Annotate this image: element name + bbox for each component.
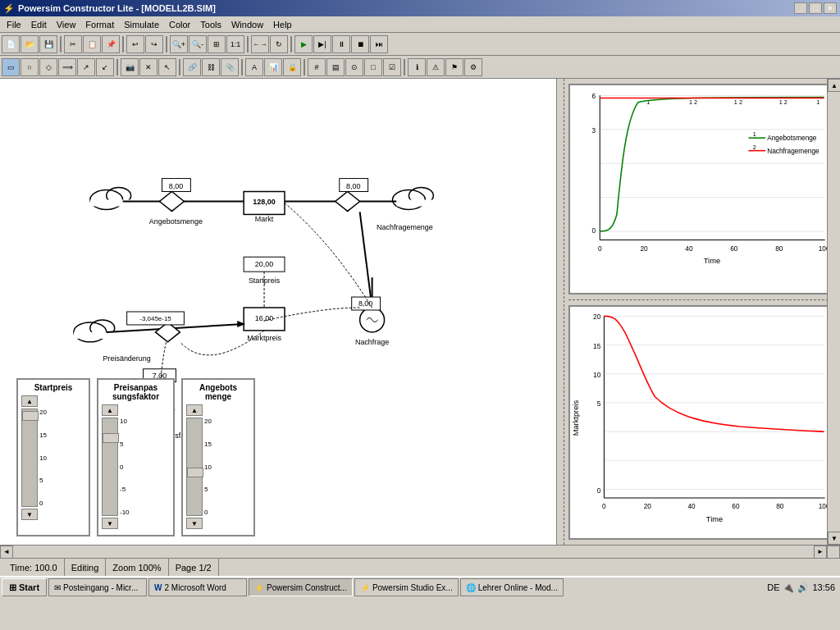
angebotsmenge-thumb[interactable] (187, 468, 203, 477)
tb-new[interactable]: 📄 (2, 35, 20, 53)
powersim-icon: ⚡ (254, 583, 264, 592)
tb-undo[interactable]: ↩ (126, 35, 144, 53)
tb-zoom-fit[interactable]: ⊞ (208, 35, 226, 53)
scroll-down-btn[interactable]: ▼ (828, 532, 840, 545)
tb-info[interactable]: ℹ (408, 58, 426, 76)
title-text: Powersim Constructor Lite - [MODELL2B.SI… (18, 3, 216, 13)
svg-text:1 2: 1 2 (689, 98, 697, 106)
title-bar-left: ⚡ Powersim Constructor Lite - [MODELL2B.… (3, 3, 216, 14)
menu-help[interactable]: Help (268, 18, 297, 31)
tb-diamond[interactable]: ◇ (39, 58, 57, 76)
tb-cut[interactable]: ✂ (64, 35, 82, 53)
startpreis-up-btn[interactable]: ▲ (21, 395, 38, 407)
tb-zoom-100[interactable]: 1:1 (226, 35, 244, 53)
menu-format[interactable]: Format (80, 18, 119, 31)
tb-gauge[interactable]: ⊙ (345, 58, 363, 76)
tb-delete[interactable]: ✕ (139, 58, 158, 76)
tb-flag[interactable]: ⚑ (445, 58, 463, 76)
tb-check[interactable]: ☑ (383, 58, 401, 76)
preisanpassung-down-btn[interactable]: ▼ (102, 518, 118, 529)
sep8 (241, 59, 243, 75)
tb-link3[interactable]: 📎 (221, 58, 239, 76)
menu-file[interactable]: File (2, 18, 26, 31)
svg-text:20: 20 (640, 245, 648, 253)
preisanpassung-thumb[interactable] (103, 433, 119, 443)
menu-tools[interactable]: Tools (195, 18, 226, 31)
angebotsmenge-up-btn[interactable]: ▲ (186, 404, 203, 416)
close-btn[interactable]: × (824, 2, 837, 14)
title-bar-buttons[interactable]: _ □ × (794, 2, 837, 14)
taskbar-powersim-studio[interactable]: ⚡ Powersim Studio Ex... (354, 578, 459, 596)
menu-edit[interactable]: Edit (26, 18, 52, 31)
tb-link2[interactable]: ⛓ (202, 58, 220, 76)
tb-paste[interactable]: 📌 (102, 35, 120, 53)
angebotsmenge-down-btn[interactable]: ▼ (186, 518, 203, 529)
tb-save[interactable]: 💾 (39, 35, 57, 53)
menu-color[interactable]: Color (164, 18, 195, 31)
tb-rotate[interactable]: ↻ (270, 35, 288, 53)
tb-stop[interactable]: ⏹ (351, 35, 369, 53)
tb-table[interactable]: 🔒 (283, 58, 301, 76)
tb-redo[interactable]: ↪ (145, 35, 163, 53)
tb-link[interactable]: 🔗 (183, 58, 201, 76)
tb-arrows[interactable]: ←→ (251, 35, 269, 53)
horizontal-scrollbar[interactable]: ◄ ► (0, 545, 840, 558)
status-zoom: Zoom 100% (106, 559, 168, 576)
tb-circle[interactable]: ○ (21, 58, 39, 76)
svg-marker-13 (336, 192, 360, 212)
tb-open[interactable]: 📂 (21, 35, 39, 53)
tb-btn2[interactable]: □ (364, 58, 382, 76)
tb-zoom-in[interactable]: 🔍+ (170, 35, 188, 53)
menu-simulate[interactable]: Simulate (119, 18, 164, 31)
svg-text:2: 2 (753, 144, 756, 151)
tb-zoom-out[interactable]: 🔍- (189, 35, 207, 53)
taskbar-posteingang[interactable]: ✉ Posteingang - Micr... (48, 578, 147, 596)
preisanpassung-up-btn[interactable]: ▲ (102, 404, 118, 416)
tb-pause[interactable]: ⏸ (332, 35, 350, 53)
tb-pointer[interactable]: ↖ (158, 58, 176, 76)
menu-window[interactable]: Window (226, 18, 268, 31)
tb-step[interactable]: ▶| (313, 35, 331, 53)
svg-text:0: 0 (598, 245, 602, 253)
scroll-right-btn[interactable]: ► (814, 546, 827, 559)
svg-text:6: 6 (591, 94, 596, 101)
svg-text:1 2: 1 2 (734, 98, 742, 106)
tb-graph[interactable]: 📊 (264, 58, 282, 76)
taskbar-word[interactable]: W 2 Microsoft Word (148, 578, 247, 596)
maximize-btn[interactable]: □ (809, 2, 822, 14)
tb-settings[interactable]: ⚙ (464, 58, 482, 76)
tb-warn[interactable]: ⚠ (427, 58, 445, 76)
sep3 (166, 36, 167, 52)
tb-arrow[interactable]: ↗ (77, 58, 95, 76)
minimize-btn[interactable]: _ (794, 2, 807, 14)
canvas-area[interactable]: 8,00 Angebotsmenge 128,00 Markt 8,00 Nac… (0, 79, 557, 545)
scroll-up-btn[interactable]: ▲ (828, 79, 840, 92)
tb-run[interactable]: ▶ (294, 35, 313, 53)
startpreis-thumb[interactable] (22, 411, 39, 421)
svg-text:Marktpreis: Marktpreis (247, 334, 281, 342)
svg-marker-33 (156, 322, 180, 342)
tb-camera[interactable]: 📷 (121, 58, 139, 76)
taskbar-powersim-constructor[interactable]: ⚡ Powersim Construct... (249, 578, 353, 596)
menu-view[interactable]: View (52, 18, 81, 31)
right-scrollbar[interactable]: ▲ ▼ (827, 79, 840, 545)
angebotsmenge-label-20: 20 (204, 418, 212, 425)
scroll-left-btn[interactable]: ◄ (0, 546, 13, 559)
tb-select[interactable]: ▭ (2, 58, 20, 76)
svg-marker-5 (160, 192, 185, 212)
tb-arrow2[interactable]: ↙ (96, 58, 114, 76)
taskbar: ⊞ Start ✉ Posteingang - Micr... W 2 Micr… (0, 576, 840, 597)
tb-num[interactable]: # (308, 58, 326, 76)
svg-text:Marktpreis: Marktpreis (572, 400, 580, 436)
tb-fast[interactable]: ⏭ (370, 35, 388, 53)
startpreis-down-btn[interactable]: ▼ (21, 509, 38, 520)
svg-text:40: 40 (687, 504, 696, 511)
start-button[interactable]: ⊞ Start (2, 578, 47, 596)
tb-slider[interactable]: ▤ (326, 58, 345, 76)
tb-flow[interactable]: ⟹ (58, 58, 76, 76)
tb-text[interactable]: A (245, 58, 263, 76)
tb-copy[interactable]: 📋 (83, 35, 101, 53)
sliders-container: Startpreis ▲ ▼ 20 15 10 5 0 (16, 378, 255, 536)
taskbar-lehrer[interactable]: 🌐 Lehrer Online - Mod... (460, 578, 564, 596)
powersim-studio-label: Powersim Studio Ex... (372, 583, 453, 592)
